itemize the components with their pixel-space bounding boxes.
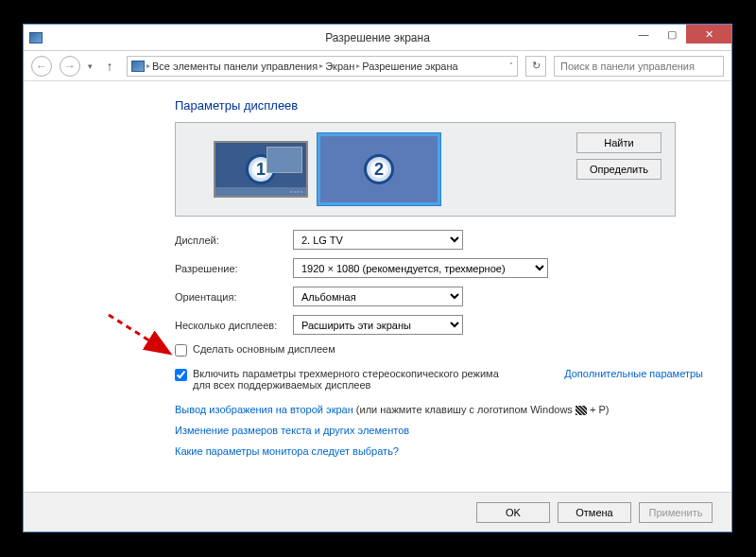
additional-params-link[interactable]: Дополнительные параметры: [564, 368, 703, 379]
breadcrumb-item[interactable]: Разрешение экрана: [362, 61, 457, 72]
display-row: Дисплей: 2. LG TV: [175, 230, 703, 250]
breadcrumb[interactable]: ▸ Все элементы панели управления ▸ Экран…: [127, 56, 518, 77]
page-heading: Параметры дисплеев: [175, 98, 703, 113]
find-button[interactable]: Найти: [576, 132, 662, 153]
breadcrumb-item[interactable]: Экран: [325, 61, 354, 72]
breadcrumb-item[interactable]: Все элементы панели управления: [152, 61, 318, 72]
up-button[interactable]: ↑: [100, 57, 119, 76]
make-primary-row: Сделать основным дисплеем: [175, 343, 703, 357]
monitor-2-selected[interactable]: 2: [318, 133, 440, 205]
back-button[interactable]: ←: [31, 56, 52, 77]
display-select[interactable]: 2. LG TV: [293, 230, 463, 250]
projection-text: (или нажмите клавишу с логотипом Windows: [353, 404, 576, 415]
stereo-row: Включить параметры трехмерного стереоско…: [175, 364, 703, 394]
preview-side-buttons: Найти Определить: [576, 132, 662, 180]
windows-logo-icon: [576, 406, 587, 415]
projection-link[interactable]: Вывод изображения на второй экран: [175, 404, 353, 415]
multi-displays-row: Несколько дисплеев: Расширить эти экраны: [175, 315, 703, 335]
close-button[interactable]: ✕: [686, 25, 731, 44]
app-icon: [29, 32, 43, 44]
which-monitor-link[interactable]: Какие параметры монитора следует выбрать…: [175, 445, 399, 457]
chevron-right-icon: ▸: [146, 61, 150, 70]
multi-displays-select[interactable]: Расширить эти экраны: [293, 315, 463, 335]
history-dropdown[interactable]: ▾: [88, 61, 93, 71]
content: Параметры дисплеев ◦◦◦◦ 1 2 Найти Опреде…: [24, 81, 731, 478]
resolution-select[interactable]: 1920 × 1080 (рекомендуется, трехмерное): [293, 258, 548, 278]
maximize-button[interactable]: ▢: [658, 25, 686, 44]
forward-button[interactable]: →: [60, 56, 80, 77]
monitor1-overlay-icon: [266, 147, 302, 173]
refresh-button[interactable]: ↻: [525, 56, 546, 77]
make-primary-label: Сделать основным дисплеем: [193, 343, 335, 355]
stereo-label: Включить параметры трехмерного стереоско…: [193, 368, 505, 391]
orientation-select[interactable]: Альбомная: [293, 287, 463, 306]
projection-key: + P): [587, 404, 610, 415]
chevron-right-icon: ▸: [319, 61, 323, 70]
stereo-checkbox[interactable]: [175, 369, 187, 381]
breadcrumb-dropdown-icon[interactable]: ˅: [509, 61, 513, 70]
window: Разрешение экрана — ▢ ✕ ← → ▾ ↑ ▸ Все эл…: [23, 24, 732, 532]
text-size-link[interactable]: Изменение размеров текста и других элеме…: [175, 425, 409, 436]
minimize-button[interactable]: —: [629, 25, 658, 44]
identify-button[interactable]: Определить: [576, 159, 662, 180]
breadcrumb-icon: [131, 61, 145, 72]
links-section: Вывод изображения на второй экран (или н…: [175, 404, 703, 457]
orientation-label: Ориентация:: [175, 291, 293, 303]
monitor-number: 2: [364, 154, 394, 184]
chevron-right-icon: ▸: [356, 61, 360, 70]
buttons-bar: OK Отмена Применить: [24, 492, 731, 531]
window-title: Разрешение экрана: [325, 31, 430, 44]
resolution-row: Разрешение: 1920 × 1080 (рекомендуется, …: [175, 258, 703, 278]
display-preview: ◦◦◦◦ 1 2 Найти Определить: [175, 122, 676, 217]
resolution-label: Разрешение:: [175, 263, 293, 274]
make-primary-checkbox[interactable]: [175, 344, 187, 357]
titlebar: Разрешение экрана — ▢ ✕: [24, 25, 731, 51]
monitor1-tray-icon: ◦◦◦◦: [290, 188, 303, 195]
multi-displays-label: Несколько дисплеев:: [175, 320, 293, 331]
toolbar: ← → ▾ ↑ ▸ Все элементы панели управления…: [24, 51, 731, 81]
monitor-1[interactable]: ◦◦◦◦ 1: [214, 141, 308, 198]
orientation-row: Ориентация: Альбомная: [175, 287, 703, 306]
ok-button[interactable]: OK: [476, 502, 550, 523]
window-controls: — ▢ ✕: [629, 25, 731, 44]
search-input[interactable]: [554, 56, 724, 77]
apply-button: Применить: [639, 502, 713, 523]
display-label: Дисплей:: [175, 235, 293, 246]
projection-line: Вывод изображения на второй экран (или н…: [175, 404, 703, 415]
cancel-button[interactable]: Отмена: [558, 502, 631, 523]
